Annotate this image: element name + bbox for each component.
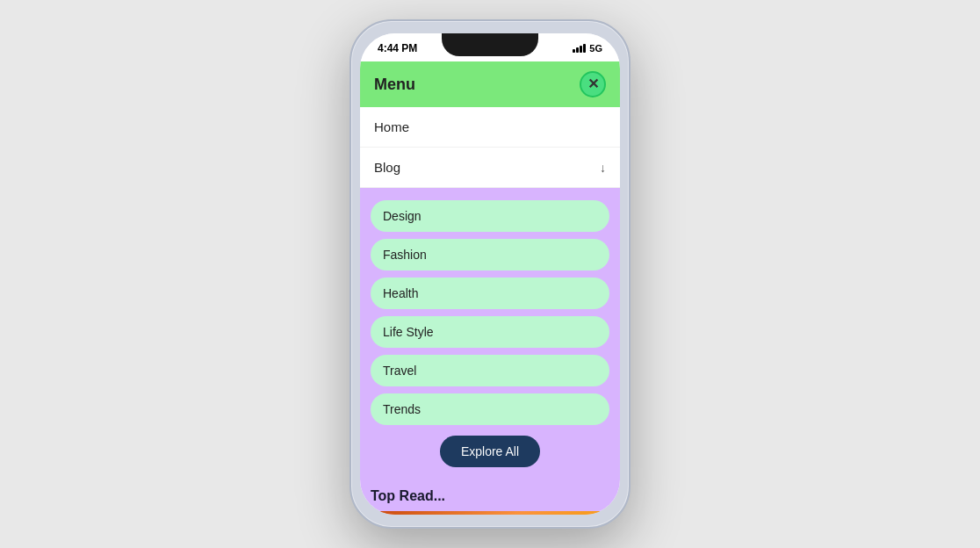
top-read-section: Top Read...	[360, 480, 620, 515]
explore-all-button[interactable]: Explore All	[440, 436, 540, 467]
blog-sub-item-travel[interactable]: Travel	[371, 355, 609, 386]
close-button[interactable]: ✕	[580, 71, 606, 97]
top-read-title: Top Read...	[371, 488, 609, 504]
menu-title: Menu	[374, 76, 415, 94]
network-label: 5G	[589, 43, 602, 54]
chevron-down-icon: ↓	[600, 161, 606, 175]
blog-sub-item-trends[interactable]: Trends	[371, 393, 609, 425]
phone-frame: 4:44 PM 5G Menu ✕	[349, 19, 631, 529]
signal-bars-icon	[573, 44, 586, 53]
phone-notch	[442, 33, 538, 56]
blog-sub-item-lifestyle[interactable]: Life Style	[371, 316, 609, 348]
nav-item-home[interactable]: Home	[360, 107, 620, 148]
menu-header: Menu ✕	[360, 61, 620, 107]
top-read-image	[371, 511, 609, 515]
phone-screen: 4:44 PM 5G Menu ✕	[360, 33, 620, 515]
nav-item-blog[interactable]: Blog ↓	[360, 148, 620, 188]
status-icons: 5G	[573, 43, 602, 54]
blog-sub-item-health[interactable]: Health	[371, 278, 609, 309]
nav-item-home-label: Home	[374, 119, 409, 134]
nav-items: Home Blog ↓	[360, 107, 620, 188]
scene: 4:44 PM 5G Menu ✕	[0, 0, 980, 548]
close-icon: ✕	[587, 77, 599, 91]
blog-dropdown: Design Fashion Health Life Style Travel …	[360, 188, 620, 480]
blog-sub-item-design[interactable]: Design	[371, 200, 609, 232]
status-time: 4:44 PM	[378, 42, 417, 54]
blog-sub-item-fashion[interactable]: Fashion	[371, 239, 609, 270]
nav-item-blog-label: Blog	[374, 160, 400, 175]
